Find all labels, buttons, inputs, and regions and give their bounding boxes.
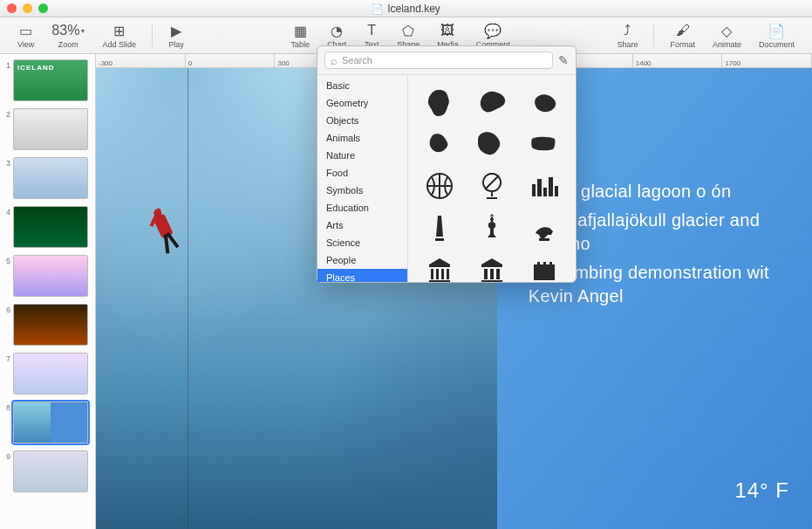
thumbnail-preview[interactable] [13,206,88,248]
category-education[interactable]: Education [317,199,407,216]
add-slide-icon: ⊞ [113,22,125,39]
temperature-text[interactable]: 14° F [734,478,789,503]
category-geometry[interactable]: Geometry [317,94,407,112]
thumbnail-number: 4 [3,206,10,216]
ruler-tick: -300 [96,54,186,67]
usa-silhouette-icon[interactable] [529,128,560,161]
document-label: Document [759,40,795,49]
category-places[interactable]: Places [317,269,407,282]
slide-thumbnail[interactable]: 2 [3,108,92,150]
shapes-search-input[interactable]: Search [324,52,553,69]
obelisk-icon[interactable] [424,212,455,245]
table-button[interactable]: ▦ Table [284,20,317,51]
bank-columns-icon[interactable] [476,254,508,282]
category-objects[interactable]: Objects [317,112,407,129]
zoom-value: 83% [51,22,85,39]
thumbnail-preview[interactable] [13,157,88,199]
slide-thumbnail[interactable]: 5 [3,255,92,297]
slide-thumbnail[interactable]: 6 [3,304,92,346]
document-icon: 📄 [768,22,785,39]
thumbnail-preview[interactable] [13,255,88,297]
toolbar-separator [152,24,153,47]
slide-navigator[interactable]: 1ICELAND23456789 [0,54,96,529]
animate-label: Animate [713,40,741,49]
slide-thumbnail[interactable]: 8 [3,402,92,443]
slide-thumbnail[interactable]: 3 [3,157,92,199]
asia-silhouette-icon[interactable] [476,86,508,120]
add-slide-label: Add Slide [102,40,136,49]
thumbnail-number: 3 [3,157,10,168]
zoom-button[interactable]: 83% Zoom [44,20,92,51]
ruler-tick: 0 [186,54,276,67]
view-button[interactable]: ▭ View [10,20,41,51]
shapes-popover: Search ✎ BasicGeometryObjectsAnimalsNatu… [317,45,577,283]
comment-icon: 💬 [484,22,502,39]
animate-icon: ◇ [721,22,732,39]
popover-search-row: Search ✎ [317,46,576,75]
share-button[interactable]: ⤴ Share [610,20,645,51]
category-symbols[interactable]: Symbols [317,182,407,199]
play-button[interactable]: ▶ Play [161,20,191,51]
search-placeholder: Search [342,55,372,65]
format-label: Format [670,40,695,49]
format-button[interactable]: 🖌 Format [663,20,702,51]
ruler-tick: 1400 [633,54,723,67]
europe-silhouette-icon[interactable] [424,128,455,161]
globe-grid-icon[interactable] [424,170,455,203]
castle-icon[interactable] [529,254,560,282]
table-icon: ▦ [294,22,307,39]
slide-thumbnail[interactable]: 7 [3,353,92,395]
building-columns-icon[interactable] [424,254,455,282]
minimize-window-button[interactable] [23,3,32,13]
australia-silhouette-icon[interactable] [529,86,560,120]
media-icon: 🖼 [440,22,454,39]
category-animals[interactable]: Animals [317,129,407,147]
add-slide-button[interactable]: ⊞ Add Slide [95,20,143,51]
fullscreen-window-button[interactable] [38,3,48,13]
globe-stand-icon[interactable] [476,170,508,203]
category-people[interactable]: People [317,251,407,269]
thumbnail-number: 2 [3,108,10,119]
thumbnail-preview[interactable]: ICELAND [13,59,88,101]
category-basic[interactable]: Basic [317,77,407,94]
slide-thumbnail[interactable]: 9 [3,450,92,492]
equestrian-statue-icon[interactable] [529,212,560,245]
share-label: Share [617,40,638,49]
share-icon: ⤴ [624,22,631,39]
zoom-label: Zoom [58,40,78,49]
shape-grid[interactable] [408,75,576,282]
thumbnail-preview[interactable] [13,353,88,395]
document-title: Iceland.key [372,3,440,15]
shape-category-list[interactable]: BasicGeometryObjectsAnimalsNatureFoodSym… [317,75,408,282]
africa-silhouette-icon[interactable] [424,86,455,120]
category-nature[interactable]: Nature [317,147,407,164]
thumbnail-preview[interactable] [13,402,88,443]
city-skyline-icon[interactable] [529,170,560,203]
thumbnail-number: 5 [3,255,10,265]
thumbnail-number: 7 [3,353,10,363]
thumbnail-preview[interactable] [13,304,88,346]
rope [188,68,188,529]
animate-button[interactable]: ◇ Animate [706,20,748,51]
pen-tool-icon[interactable]: ✎ [558,53,569,67]
statue-liberty-icon[interactable] [476,212,508,245]
document-button[interactable]: 📄 Document [752,20,802,51]
window-controls [7,3,48,13]
category-science[interactable]: Science [317,234,407,251]
thumbnail-preview[interactable] [13,450,88,492]
close-window-button[interactable] [7,3,17,13]
view-icon: ▭ [19,22,32,39]
slide-thumbnail[interactable]: 1ICELAND [3,59,92,101]
text-icon: T [367,22,376,39]
thumbnail-preview[interactable] [13,108,88,150]
slide-thumbnail[interactable]: 4 [3,206,92,248]
shape-icon: ⬠ [402,22,414,39]
thumbnail-number: 6 [3,304,10,314]
north-america-silhouette-icon[interactable] [476,128,508,161]
category-arts[interactable]: Arts [317,216,407,234]
thumbnail-number: 1 [3,59,10,70]
chart-icon: ◔ [331,22,343,39]
view-label: View [17,40,34,49]
category-food[interactable]: Food [317,164,407,182]
play-icon: ▶ [171,22,181,39]
